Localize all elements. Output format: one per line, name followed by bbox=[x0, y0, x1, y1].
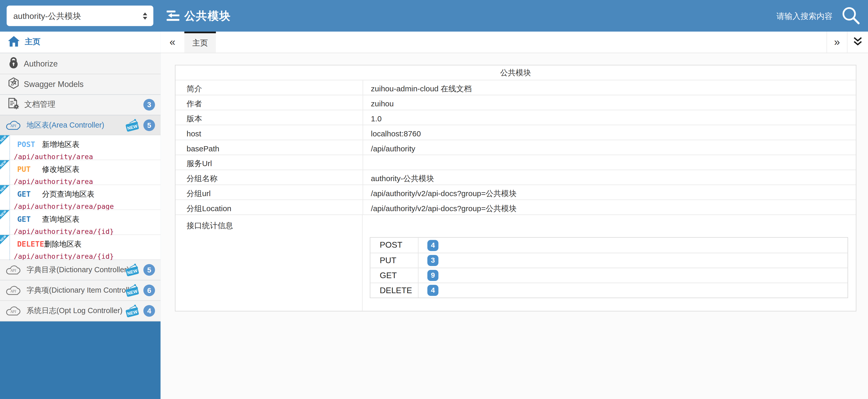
stats-row: POST4 bbox=[370, 238, 847, 253]
endpoint-item[interactable]: NEWGET分页查询地区表/api/authority/area/page bbox=[0, 185, 160, 210]
row-label: 作者 bbox=[176, 95, 363, 110]
table-row: hostlocalhost:8760 bbox=[176, 125, 856, 140]
sidebar-item-controller[interactable]: API 系统日志(Opt Log Controller) NEW 4 bbox=[0, 301, 160, 321]
group-select-wrap: authority-公共模块 bbox=[7, 5, 154, 26]
stats-count-cell: 9 bbox=[418, 268, 847, 283]
table-row: 分组名称authority-公共模块 bbox=[176, 170, 856, 185]
stats-row: DELETE4 bbox=[370, 283, 847, 297]
content-area: 公共模块 简介zuihou-admin-cloud 在线文档作者zuihou版本… bbox=[160, 53, 868, 399]
row-value: authority-公共模块 bbox=[363, 170, 856, 184]
endpoint-path: /api/authority/area/page bbox=[14, 202, 161, 210]
table-title: 公共模块 bbox=[176, 65, 856, 81]
count-badge: 5 bbox=[144, 264, 155, 276]
row-label: 分组url bbox=[176, 185, 363, 200]
tabs-scroll-left-button[interactable]: « bbox=[160, 32, 184, 53]
endpoint-header: GET分页查询地区表 bbox=[17, 189, 160, 200]
models-hexagon-icon bbox=[8, 77, 20, 92]
new-ribbon: NEW bbox=[0, 185, 9, 194]
stats-method: POST bbox=[370, 238, 418, 253]
row-value bbox=[363, 155, 856, 170]
row-value: localhost:8760 bbox=[363, 125, 856, 140]
count-badge: 6 bbox=[144, 285, 155, 296]
endpoint-header: POST新增地区表 bbox=[17, 139, 160, 150]
svg-text:API: API bbox=[10, 124, 17, 127]
new-ribbon-label: NEW bbox=[0, 159, 7, 168]
stats-count-cell: 3 bbox=[418, 253, 847, 268]
endpoint-path: /api/authority/area bbox=[14, 152, 161, 161]
swagger-bootstrap-ui-app: authority-公共模块 公共模块 bbox=[0, 0, 868, 399]
sidebar: 主页 Authorize Swagger Models bbox=[0, 32, 160, 399]
row-label: 版本 bbox=[176, 110, 363, 125]
row-label: 简介 bbox=[176, 81, 363, 95]
table-row: 简介zuihou-admin-cloud 在线文档 bbox=[176, 81, 856, 95]
group-select[interactable]: authority-公共模块 bbox=[7, 5, 154, 26]
row-value: /api/authority/v2/api-docs?group=公共模块 bbox=[363, 200, 856, 215]
sidebar-item-label: 主页 bbox=[25, 37, 40, 47]
tabs-scroll-right-button[interactable]: » bbox=[826, 32, 847, 53]
controller-label: 系统日志(Opt Log Controller) bbox=[27, 306, 123, 316]
count-badge: 3 bbox=[144, 99, 155, 111]
new-ribbon: NEW bbox=[0, 210, 9, 220]
api-cloud-icon: API bbox=[5, 119, 22, 131]
sidebar-item-home[interactable]: 主页 bbox=[0, 32, 160, 53]
count-badge: 5 bbox=[144, 119, 155, 131]
module-info-table: 公共模块 简介zuihou-admin-cloud 在线文档作者zuihou版本… bbox=[175, 65, 856, 312]
endpoint-item[interactable]: NEWDELETE删除地区表/api/authority/area/{id} bbox=[0, 235, 160, 260]
endpoint-method-label: POST bbox=[17, 140, 42, 148]
endpoint-item[interactable]: NEWGET查询地区表/api/authority/area/{id} bbox=[0, 210, 160, 235]
stats-count-badge: 4 bbox=[427, 285, 438, 296]
endpoint-method-label: GET bbox=[17, 190, 42, 198]
controller-label: 字典项(Dictionary Item Controller) bbox=[27, 285, 138, 295]
stats-method: DELETE bbox=[370, 283, 418, 297]
endpoint-path: /api/authority/area bbox=[14, 177, 161, 186]
endpoint-item[interactable]: NEWPOST新增地区表/api/authority/area bbox=[0, 135, 160, 160]
page-title: 公共模块 bbox=[184, 8, 231, 23]
tab-home[interactable]: 主页 bbox=[184, 32, 216, 53]
endpoint-method-label: DELETE bbox=[17, 239, 44, 248]
search-button[interactable] bbox=[840, 5, 861, 26]
new-ribbon-label: NEW bbox=[0, 234, 7, 243]
endpoint-title: 新增地区表 bbox=[42, 140, 80, 148]
tab-bar: « 主页 » bbox=[160, 32, 868, 53]
row-value: /api/authority bbox=[363, 140, 856, 155]
endpoint-item[interactable]: NEWPUT修改地区表/api/authority/area bbox=[0, 160, 160, 185]
row-value: zuihou-admin-cloud 在线文档 bbox=[363, 81, 856, 95]
api-cloud-icon: API bbox=[5, 285, 22, 296]
endpoint-title: 修改地区表 bbox=[42, 165, 80, 173]
new-badge-icon: NEW bbox=[125, 118, 140, 132]
stats-count-badge: 4 bbox=[427, 239, 438, 251]
svg-text:API: API bbox=[10, 310, 17, 314]
row-label: 接口统计信息 bbox=[176, 215, 363, 311]
stats-method: GET bbox=[370, 268, 418, 283]
endpoint-header: PUT修改地区表 bbox=[17, 164, 160, 175]
table-row: 版本1.0 bbox=[176, 110, 856, 125]
endpoint-title: 删除地区表 bbox=[44, 240, 82, 248]
sidebar-item-area-controller[interactable]: API 地区表(Area Controller) NEW 5 bbox=[0, 115, 160, 135]
sidebar-item-controller[interactable]: API 字典目录(Dictionary Controller) NEW 5 bbox=[0, 260, 160, 280]
collapse-tabs-button[interactable] bbox=[847, 32, 868, 53]
new-ribbon-label: NEW bbox=[0, 134, 7, 143]
double-chevron-down-icon bbox=[852, 36, 863, 48]
sidebar-item-swagger-models[interactable]: Swagger Models bbox=[0, 74, 160, 95]
count-badge: 4 bbox=[144, 305, 155, 317]
row-label: host bbox=[176, 125, 363, 140]
endpoint-method-label: PUT bbox=[17, 165, 42, 173]
endpoint-title: 查询地区表 bbox=[42, 215, 80, 223]
row-label: 服务Url bbox=[176, 155, 363, 170]
search-icon bbox=[841, 19, 861, 27]
sidebar-item-authorize[interactable]: Authorize bbox=[0, 53, 160, 74]
search-input[interactable] bbox=[733, 0, 832, 32]
row-value: 1.0 bbox=[363, 110, 856, 125]
table-row: 分组Location/api/authority/v2/api-docs?gro… bbox=[176, 200, 856, 215]
controller-list: API 字典目录(Dictionary Controller) NEW 5 AP… bbox=[0, 260, 160, 321]
endpoint-header: DELETE删除地区表 bbox=[17, 239, 160, 250]
sidebar-item-controller[interactable]: API 字典项(Dictionary Item Controller) NEW … bbox=[0, 281, 160, 301]
endpoint-path: /api/authority/area/{id} bbox=[14, 227, 161, 235]
new-ribbon: NEW bbox=[0, 135, 9, 145]
sidebar-item-doc-manage[interactable]: 文档管理 3 bbox=[0, 95, 160, 115]
new-badge-icon: NEW bbox=[125, 304, 140, 317]
endpoint-method-label: GET bbox=[17, 215, 42, 223]
stats-row: PUT3 bbox=[370, 253, 847, 268]
svg-text:API: API bbox=[10, 268, 17, 273]
method-stats-table: POST4PUT3GET9DELETE4 bbox=[370, 237, 848, 298]
